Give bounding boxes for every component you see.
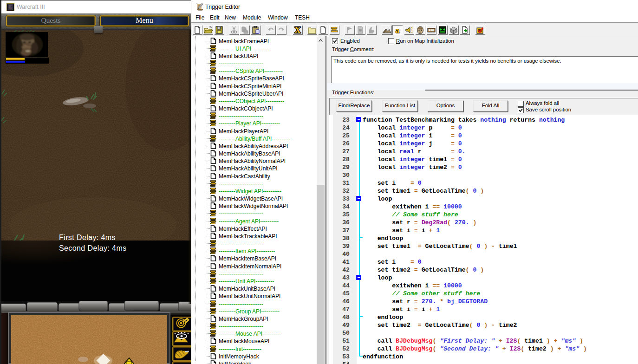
svg-text:a: a bbox=[396, 26, 400, 35]
svg-text:X: X bbox=[295, 26, 301, 35]
